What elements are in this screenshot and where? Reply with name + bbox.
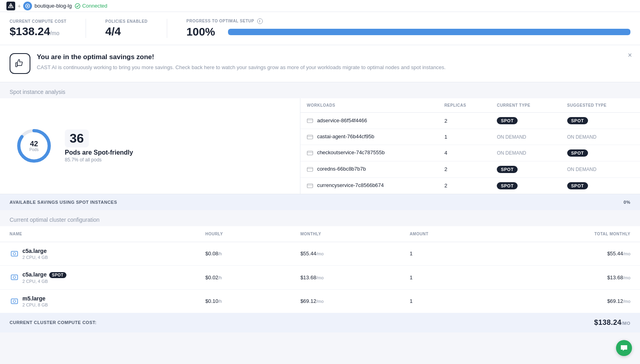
svg-rect-12: [307, 151, 313, 155]
plus-separator: +: [18, 3, 21, 9]
workload-name-cell: currencyservice-7c8566b674: [300, 177, 438, 194]
workload-suggested-type: SPOT: [561, 177, 640, 194]
cluster-config-section-title: Current optimal cluster configuration: [0, 210, 640, 226]
cluster-table-header: NAME HOURLY MONTHLY AMOUNT TOTAL MONTHLY: [0, 226, 640, 242]
node-hourly: $0.02/h: [196, 265, 291, 289]
suggested-type-badge: SPOT: [567, 117, 588, 124]
node-spec: 2 CPU, 4 GB: [22, 279, 66, 284]
workloads-table-header: WORKLOADS REPLICAS CURRENT TYPE SUGGESTE…: [300, 98, 640, 113]
col-amount: AMOUNT: [400, 226, 498, 242]
thumbs-up-icon: [14, 58, 26, 70]
cluster-name-label: boutique-blog-lg: [34, 3, 72, 9]
workload-name-cell: coredns-66bc8b7b7b: [300, 161, 438, 177]
footer-total: $138.24/mo: [594, 318, 630, 327]
policies-label: POLICIES ENABLED: [105, 19, 148, 24]
suggested-type-badge: SPOT: [567, 149, 588, 157]
stat-divider-1: [86, 19, 86, 38]
svg-point-3: [27, 5, 28, 7]
donut-center: 42 Pods: [30, 140, 39, 152]
banner-icon-wrap: [10, 53, 30, 74]
node-monthly: $69.12/mo: [291, 289, 400, 313]
spot-friendly-count-badge: 36: [65, 129, 133, 149]
current-type-badge: SPOT: [497, 182, 518, 189]
spot-analysis-panel: 42 Pods 36 Pods are Spot-friendly 85.7% …: [0, 98, 640, 194]
current-type-badge: SPOT: [497, 117, 518, 124]
optimal-savings-banner: You are in the optimal savings zone! CAS…: [0, 45, 640, 82]
close-icon[interactable]: ×: [628, 52, 632, 59]
stats-bar: CURRENT COMPUTE COST $138.24/mo POLICIES…: [0, 12, 640, 45]
workload-name-cell: checkoutservice-74c787555b: [300, 145, 438, 161]
table-row: coredns-66bc8b7b7b 2 SPOT ON DEMAND: [300, 161, 640, 177]
savings-bar-label: AVAILABLE SAVINGS USING SPOT INSTANCES: [10, 200, 117, 205]
col-suggested-type: SUGGESTED TYPE: [561, 98, 640, 113]
svg-rect-18: [11, 251, 18, 256]
current-type-text: ON DEMAND: [497, 150, 526, 156]
node-name-cell: c5a.large 2 CPU, 4 GB: [0, 242, 196, 265]
workload-name: castai-agent-76b44cf95b: [317, 133, 374, 139]
node-hourly: $0.10/h: [196, 289, 291, 313]
workload-name: adservice-86f54f4466: [317, 117, 367, 123]
node-name-cell: m5.large 2 CPU, 8 GB: [0, 289, 196, 313]
suggested-type-badge: SPOT: [567, 182, 588, 189]
header-bar: + boutique-blog-lg Connected: [0, 0, 640, 12]
check-icon: [75, 3, 80, 9]
total-pods-label: Pods: [30, 147, 39, 152]
col-name: NAME: [0, 226, 196, 242]
savings-bar: AVAILABLE SAVINGS USING SPOT INSTANCES 0…: [0, 194, 640, 210]
cast-ai-logo-icon: [6, 2, 15, 10]
suggested-type-text: ON DEMAND: [567, 134, 596, 140]
workload-name: checkoutservice-74c787555b: [317, 149, 385, 155]
workload-name: currencyservice-7c8566b674: [317, 182, 384, 188]
spot-analysis-section-title: Spot instance analysis: [0, 82, 640, 98]
cluster-logo-icon: [23, 2, 32, 10]
workloads-table-wrap: WORKLOADS REPLICAS CURRENT TYPE SUGGESTE…: [300, 98, 640, 194]
compute-cost-label: CURRENT COMPUTE COST: [10, 19, 66, 24]
node-name: c5a.large: [22, 248, 47, 254]
svg-rect-20: [11, 275, 18, 280]
progress-row: 100%: [186, 26, 630, 38]
table-row: currencyservice-7c8566b674 2 SPOT SPOT: [300, 177, 640, 194]
connected-label: Connected: [82, 3, 107, 9]
progress-bar-outer: [228, 29, 630, 35]
workload-replicas: 2: [438, 177, 490, 194]
progress-block: PROGRESS TO OPTIMAL SETUP i 100%: [186, 18, 630, 38]
current-type-text: ON DEMAND: [497, 134, 526, 140]
workload-name: coredns-66bc8b7b7b: [317, 166, 366, 172]
progress-bar-inner: [228, 29, 630, 35]
node-amount: 1: [400, 289, 498, 313]
node-name-cell: c5a.largeSPOT 2 CPU, 4 GB: [0, 265, 196, 289]
svg-rect-16: [307, 184, 313, 188]
workload-current-type: SPOT: [490, 161, 561, 177]
node-icon: [10, 273, 19, 282]
node-name: c5a.large: [22, 271, 47, 278]
node-icon: [10, 249, 19, 259]
col-hourly: HOURLY: [196, 226, 291, 242]
policies-block: POLICIES ENABLED 4/4: [105, 19, 167, 38]
svg-point-23: [13, 300, 16, 302]
banner-title: You are in the optimal savings zone!: [37, 53, 446, 61]
node-monthly: $13.68/mo: [291, 265, 400, 289]
table-row: c5a.largeSPOT 2 CPU, 4 GB $0.02/h $13.68…: [0, 265, 640, 289]
footer-bar: CURRENT CLUSTER COMPUTE COST: $138.24/mo: [0, 313, 640, 332]
workload-suggested-type: ON DEMAND: [561, 129, 640, 145]
suggested-type-text: ON DEMAND: [567, 167, 596, 172]
progress-info-icon[interactable]: i: [257, 18, 263, 24]
workload-current-type: ON DEMAND: [490, 129, 561, 145]
col-workloads: WORKLOADS: [300, 98, 438, 113]
node-hourly: $0.08/h: [196, 242, 291, 265]
svg-point-1: [10, 5, 12, 7]
table-row: castai-agent-76b44cf95b 1 ON DEMAND ON D…: [300, 129, 640, 145]
node-spec: 2 CPU, 4 GB: [22, 255, 48, 260]
workload-icon: [307, 134, 313, 140]
node-total-monthly: $55.44/mo: [498, 242, 640, 265]
workload-icon: [307, 183, 313, 189]
pod-info: 36 Pods are Spot-friendly 85.7% of all p…: [65, 129, 133, 163]
cluster-table: NAME HOURLY MONTHLY AMOUNT TOTAL MONTHLY…: [0, 226, 640, 313]
spot-friendly-label: Pods are Spot-friendly: [65, 149, 133, 156]
spot-analysis-left: 42 Pods 36 Pods are Spot-friendly 85.7% …: [0, 98, 300, 194]
spot-badge: SPOT: [49, 272, 66, 278]
col-total-monthly: TOTAL MONTHLY: [498, 226, 640, 242]
node-spec: 2 CPU, 8 GB: [22, 302, 48, 307]
table-row: checkoutservice-74c787555b 4 ON DEMAND S…: [300, 145, 640, 161]
workload-current-type: SPOT: [490, 113, 561, 129]
